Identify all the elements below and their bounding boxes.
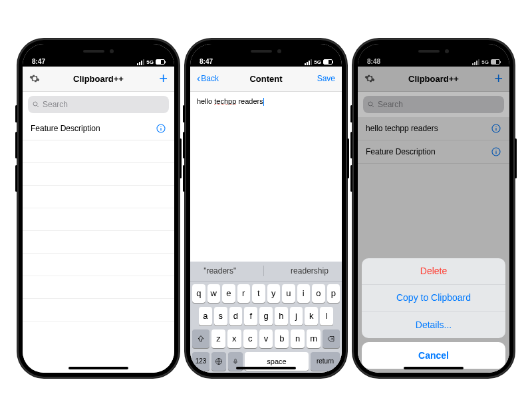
key-m[interactable]: m [307, 329, 321, 348]
key-c[interactable]: c [243, 329, 257, 348]
suggestion[interactable]: readership [291, 266, 329, 276]
key-x[interactable]: x [227, 329, 241, 348]
content-textarea[interactable]: hello techpp readers [190, 92, 342, 262]
suggestion[interactable]: "readers" [203, 266, 236, 276]
network-label: 5G [146, 59, 154, 65]
cancel-sheet: Cancel [362, 342, 505, 369]
list-item-label: Feature Description [31, 124, 100, 133]
phone-3: 8:48 5G Clipboard++ + Search hello techp… [352, 39, 515, 378]
copy-button[interactable]: Copy to Clipboard [362, 285, 505, 312]
search-placeholder: Search [43, 100, 68, 109]
notch [230, 44, 302, 59]
phone-1: 8:47 5G Clipboard++ + Search Feature Des… [17, 39, 180, 378]
key-i[interactable]: i [297, 284, 311, 303]
home-indicator[interactable] [68, 367, 128, 369]
gear-icon [29, 73, 40, 84]
key-s[interactable]: s [214, 307, 227, 325]
key-v[interactable]: v [259, 329, 273, 348]
settings-button[interactable] [29, 73, 57, 84]
action-sheet: Delete Copy to Clipboard Details... [362, 258, 505, 338]
backspace-key[interactable] [323, 329, 340, 348]
globe-key[interactable] [211, 352, 226, 371]
status-time: 8:47 [32, 58, 45, 65]
key-q[interactable]: q [192, 284, 205, 303]
add-button[interactable]: + [140, 71, 168, 86]
mic-icon [232, 357, 239, 365]
key-w[interactable]: w [207, 284, 221, 303]
key-u[interactable]: u [282, 284, 295, 303]
shift-key[interactable] [192, 329, 209, 348]
action-sheet-overlay[interactable]: Delete Copy to Clipboard Details... Canc… [358, 44, 509, 373]
key-z[interactable]: z [211, 329, 225, 348]
battery-icon [323, 59, 332, 65]
home-indicator[interactable] [404, 367, 464, 369]
key-n[interactable]: n [291, 329, 305, 348]
cancel-button[interactable]: Cancel [362, 342, 505, 369]
keyboard: "readers" readership qwertyuiop asdfghjk… [190, 262, 342, 373]
svg-point-4 [160, 126, 161, 126]
save-button[interactable]: Save [307, 74, 335, 83]
plus-icon: + [159, 71, 168, 86]
key-k[interactable]: k [305, 307, 318, 325]
key-row: asdfghjkl [192, 307, 340, 325]
notch [398, 44, 469, 59]
delete-button[interactable]: Delete [362, 258, 505, 285]
key-a[interactable]: a [199, 307, 212, 325]
key-r[interactable]: r [237, 284, 251, 303]
nav-title: Clipboard++ [73, 74, 124, 84]
signal-icon [305, 59, 312, 65]
back-label: Back [201, 74, 219, 83]
svg-point-0 [33, 102, 37, 106]
battery-icon [156, 59, 165, 65]
chevron-left-icon: ‹ [197, 73, 200, 85]
key-h[interactable]: h [275, 307, 288, 325]
back-button[interactable]: ‹ Back [197, 73, 225, 85]
details-button[interactable]: Details... [362, 312, 505, 338]
key-e[interactable]: e [222, 284, 235, 303]
key-l[interactable]: l [320, 307, 333, 325]
signal-icon [137, 59, 144, 65]
key-t[interactable]: t [252, 284, 265, 303]
nav-title: Content [249, 74, 282, 84]
svg-line-1 [37, 105, 39, 107]
search-icon [32, 101, 40, 108]
nav-bar: ‹ Back Content Save [190, 67, 342, 92]
key-g[interactable]: g [259, 307, 273, 325]
search-input[interactable]: Search [28, 96, 169, 113]
notch [63, 44, 134, 59]
phone-2: 8:47 5G ‹ Back Content Save hello techpp… [185, 39, 347, 378]
key-o[interactable]: o [312, 284, 325, 303]
key-y[interactable]: y [267, 284, 281, 303]
return-key[interactable]: return [311, 352, 340, 371]
home-indicator[interactable] [236, 367, 296, 369]
key-row: qwertyuiop [192, 284, 340, 303]
key-d[interactable]: d [229, 307, 243, 325]
key-row: zxcvbnm [192, 329, 340, 348]
nav-bar: Clipboard++ + [23, 67, 174, 92]
text-cursor [263, 98, 264, 106]
key-p[interactable]: p [327, 284, 340, 303]
key-f[interactable]: f [244, 307, 257, 325]
info-icon[interactable] [156, 123, 166, 134]
save-label: Save [317, 74, 335, 83]
list-item[interactable]: Feature Description [23, 117, 174, 140]
globe-icon [215, 357, 223, 365]
backspace-icon [327, 335, 336, 343]
key-j[interactable]: j [290, 307, 303, 325]
network-label: 5G [314, 59, 321, 65]
numbers-key[interactable]: 123 [192, 352, 209, 371]
key-b[interactable]: b [275, 329, 289, 348]
shift-icon [197, 335, 205, 343]
status-time: 8:47 [200, 58, 213, 65]
clip-list: Feature Description [23, 117, 174, 373]
svg-rect-6 [235, 359, 237, 362]
